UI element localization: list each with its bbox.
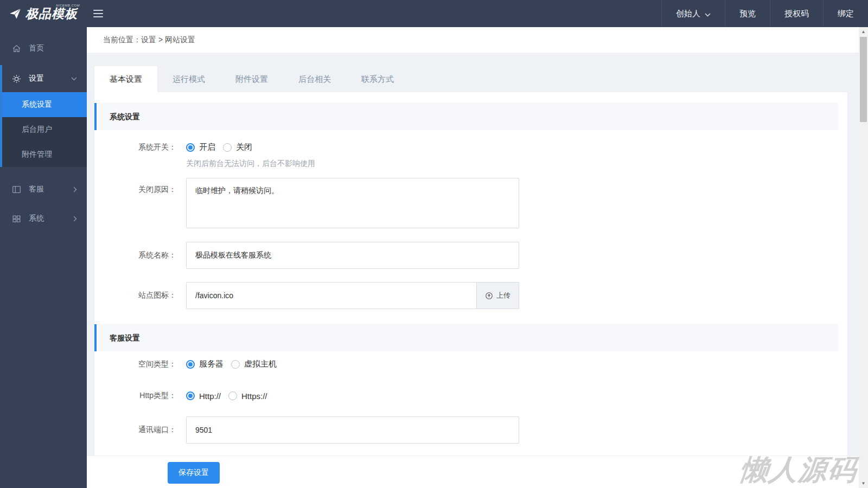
- sidebar-item-attachment-manage[interactable]: 附件管理: [2, 142, 87, 167]
- sidebar-item-home[interactable]: 首页: [0, 35, 87, 62]
- radio-option-http[interactable]: Http://: [186, 391, 221, 401]
- logo-sup-text: NICEMB.COM: [56, 4, 80, 7]
- form-row-system-switch: 系统开关： 开启 关闭: [94, 142, 847, 152]
- sidebar-item-label: 系统: [29, 214, 44, 223]
- radio-label: 关闭: [236, 142, 252, 152]
- user-name: 创始人: [676, 9, 700, 19]
- upload-icon: [485, 292, 493, 300]
- scrollbar-thumb[interactable]: [860, 37, 867, 122]
- logo-text: 极品模板: [25, 7, 78, 21]
- sidebar-item-label: 客服: [29, 184, 44, 194]
- radio-option-on[interactable]: 开启: [186, 142, 215, 152]
- section-header-service: 客服设置: [94, 324, 838, 351]
- tab-contact[interactable]: 联系方式: [346, 66, 409, 92]
- tab-backend-related[interactable]: 后台相关: [283, 66, 346, 92]
- radio-checked-icon[interactable]: [186, 143, 195, 152]
- app-logo[interactable]: NICEMB.COM 极品模板: [0, 0, 87, 27]
- tab-basic-settings[interactable]: 基本设置: [94, 66, 157, 92]
- scroll-down-icon[interactable]: ▼: [859, 479, 868, 488]
- radio-checked-icon[interactable]: [186, 391, 195, 400]
- field-label: 站点图标：: [94, 291, 176, 300]
- app-window: NICEMB.COM 极品模板 创始人 预览 授权码 绑定 首页: [0, 0, 868, 488]
- form-row-http-type: Http类型： Http:// Https://: [94, 391, 847, 401]
- radio-label: 开启: [199, 142, 215, 152]
- form-row-site-icon: 站点图标： 上传: [94, 282, 847, 309]
- radio-label: 服务器: [199, 359, 224, 369]
- upload-button[interactable]: 上传: [477, 282, 519, 309]
- home-icon: [12, 44, 21, 53]
- sidebar-item-label: 首页: [29, 43, 44, 53]
- bind-button[interactable]: 绑定: [823, 0, 868, 27]
- field-label: Http类型：: [94, 391, 176, 401]
- sidebar-item-admin-users[interactable]: 后台用户: [2, 117, 87, 142]
- radio-option-server[interactable]: 服务器: [186, 359, 224, 369]
- menu-toggle-icon[interactable]: [93, 4, 112, 23]
- content-area: 基本设置 运行模式 附件设置 后台相关 联系方式 系统设置 系统开关： 开启: [87, 53, 868, 456]
- section-header-system: 系统设置: [94, 103, 838, 130]
- scroll-up-icon[interactable]: ▲: [859, 27, 868, 36]
- chevron-right-icon: [73, 216, 77, 222]
- sidebar-item-service[interactable]: 客服: [0, 176, 87, 203]
- form-footer: 保存设置: [87, 455, 868, 488]
- main-area: 当前位置：设置 > 网站设置 基本设置 运行模式 附件设置 后台相关 联系方式 …: [87, 27, 868, 488]
- radio-option-off[interactable]: 关闭: [223, 142, 252, 152]
- breadcrumb-text: 当前位置：设置 > 网站设置: [103, 35, 195, 45]
- sidebar-group-settings: 设置 系统设置 后台用户 附件管理: [0, 65, 87, 167]
- sidebar-item-settings[interactable]: 设置: [2, 65, 87, 92]
- comm-port-input[interactable]: [186, 416, 519, 444]
- field-label: 通讯端口：: [94, 425, 176, 435]
- tab-panel-basic: 系统设置 系统开关： 开启 关闭 关闭后前台无法访问，后台不影响使用: [94, 92, 847, 456]
- breadcrumb: 当前位置：设置 > 网站设置: [87, 27, 868, 53]
- radio-unchecked-icon[interactable]: [223, 143, 232, 152]
- tab-attachment-settings[interactable]: 附件设置: [220, 66, 283, 92]
- license-button[interactable]: 授权码: [770, 0, 823, 27]
- form-row-space-type: 空间类型： 服务器 虚拟主机: [94, 359, 847, 369]
- system-name-input[interactable]: [186, 242, 519, 269]
- chevron-down-icon: [705, 9, 711, 18]
- close-reason-textarea[interactable]: 临时维护，请稍候访问。: [186, 178, 519, 228]
- sidebar-submenu-settings: 系统设置 后台用户 附件管理: [2, 92, 87, 167]
- tab-run-mode[interactable]: 运行模式: [157, 66, 220, 92]
- paper-plane-icon: [9, 7, 22, 20]
- form-row-close-reason: 关闭原因： 临时维护，请稍候访问。: [94, 178, 847, 228]
- sidebar-item-label: 设置: [29, 74, 44, 84]
- radio-option-https[interactable]: Https://: [228, 391, 267, 401]
- radio-label: Http://: [199, 391, 221, 401]
- grid-icon: [12, 214, 21, 223]
- preview-button[interactable]: 预览: [725, 0, 770, 27]
- sidebar-item-system[interactable]: 系统: [0, 205, 87, 232]
- top-header: NICEMB.COM 极品模板 创始人 预览 授权码 绑定: [0, 0, 868, 27]
- save-settings-button[interactable]: 保存设置: [168, 462, 220, 484]
- field-label: 关闭原因：: [94, 178, 176, 195]
- header-nav: 创始人 预览 授权码 绑定: [661, 0, 868, 27]
- field-label: 系统名称：: [94, 251, 176, 260]
- chevron-down-icon: [71, 77, 77, 81]
- site-icon-input[interactable]: [186, 282, 477, 309]
- radio-label: Https://: [241, 391, 267, 401]
- radio-unchecked-icon[interactable]: [231, 360, 240, 369]
- panel-window-icon: [12, 185, 21, 194]
- radio-unchecked-icon[interactable]: [228, 391, 237, 400]
- radio-checked-icon[interactable]: [186, 360, 195, 369]
- sidebar: 首页 设置 系统设置 后台用户 附件管理: [0, 27, 87, 488]
- sidebar-item-system-settings[interactable]: 系统设置: [2, 92, 87, 117]
- vertical-scrollbar[interactable]: ▲ ▼: [859, 27, 868, 488]
- gear-icon: [12, 74, 21, 84]
- settings-tabs: 基本设置 运行模式 附件设置 后台相关 联系方式: [94, 66, 847, 92]
- field-hint: 关闭后前台无法访问，后台不影响使用: [186, 159, 847, 169]
- field-label: 空间类型：: [94, 359, 176, 369]
- radio-option-vhost[interactable]: 虚拟主机: [231, 359, 277, 369]
- chevron-right-icon: [73, 187, 77, 192]
- user-dropdown[interactable]: 创始人: [661, 0, 725, 27]
- form-row-comm-port: 通讯端口：: [94, 416, 847, 444]
- upload-label: 上传: [496, 291, 510, 300]
- form-row-system-name: 系统名称：: [94, 242, 847, 269]
- field-label: 系统开关：: [94, 143, 176, 152]
- radio-label: 虚拟主机: [244, 359, 277, 369]
